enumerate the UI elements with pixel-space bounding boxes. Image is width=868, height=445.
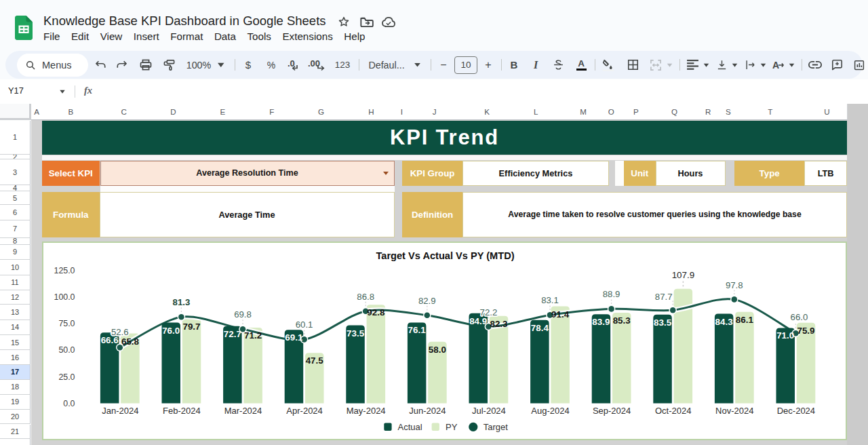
svg-text:Actual: Actual xyxy=(398,421,422,431)
svg-text:78.4: 78.4 xyxy=(531,322,549,332)
svg-text:81.3: 81.3 xyxy=(173,297,191,307)
svg-text:Oct-2024: Oct-2024 xyxy=(655,405,691,415)
svg-text:0.0: 0.0 xyxy=(63,398,75,408)
svg-text:May-2024: May-2024 xyxy=(347,405,386,415)
svg-text:Nov-2024: Nov-2024 xyxy=(715,405,753,415)
svg-text:73.5: 73.5 xyxy=(347,328,365,338)
svg-text:84.9: 84.9 xyxy=(469,315,487,326)
svg-text:87.7: 87.7 xyxy=(655,291,673,301)
svg-text:Sep-2024: Sep-2024 xyxy=(593,405,631,415)
svg-text:86.8: 86.8 xyxy=(357,291,374,301)
svg-text:88.9: 88.9 xyxy=(603,289,620,299)
svg-text:Aug-2024: Aug-2024 xyxy=(531,405,569,415)
svg-text:71.0: 71.0 xyxy=(776,330,794,341)
svg-text:72.2: 72.2 xyxy=(480,307,498,317)
svg-text:79.7: 79.7 xyxy=(182,321,200,331)
svg-text:Jul-2024: Jul-2024 xyxy=(472,405,506,415)
svg-text:52.6: 52.6 xyxy=(111,326,129,336)
svg-text:Mar-2024: Mar-2024 xyxy=(224,405,262,415)
svg-text:84.3: 84.3 xyxy=(715,316,733,326)
svg-text:82.9: 82.9 xyxy=(418,295,436,305)
svg-text:47.5: 47.5 xyxy=(306,355,324,366)
svg-text:85.3: 85.3 xyxy=(613,315,631,326)
svg-text:75.0: 75.0 xyxy=(58,319,75,328)
svg-text:97.8: 97.8 xyxy=(726,280,743,290)
svg-text:92.8: 92.8 xyxy=(367,307,385,317)
svg-text:Jun-2024: Jun-2024 xyxy=(409,405,446,415)
svg-text:Target Vs Actual Vs PY (MTD): Target Vs Actual Vs PY (MTD) xyxy=(376,250,514,261)
svg-text:107.9: 107.9 xyxy=(672,270,695,280)
svg-text:65.8: 65.8 xyxy=(121,336,140,346)
svg-text:Dec-2024: Dec-2024 xyxy=(777,405,815,415)
svg-text:100.0: 100.0 xyxy=(54,292,75,302)
svg-text:60.1: 60.1 xyxy=(296,320,313,330)
svg-text:83.9: 83.9 xyxy=(592,317,610,327)
svg-text:76.0: 76.0 xyxy=(162,325,180,335)
svg-text:76.1: 76.1 xyxy=(408,325,427,335)
svg-text:71.2: 71.2 xyxy=(244,330,262,341)
svg-text:Apr-2024: Apr-2024 xyxy=(286,405,322,415)
svg-text:66.0: 66.0 xyxy=(791,312,808,322)
svg-text:86.1: 86.1 xyxy=(736,314,754,324)
svg-text:25.0: 25.0 xyxy=(58,372,75,381)
svg-text:82.3: 82.3 xyxy=(490,318,507,328)
svg-text:125.0: 125.0 xyxy=(54,266,75,275)
svg-text:69.8: 69.8 xyxy=(234,309,252,320)
svg-text:91.4: 91.4 xyxy=(551,309,570,319)
svg-text:50.0: 50.0 xyxy=(58,345,75,355)
svg-text:69.1: 69.1 xyxy=(285,332,303,343)
svg-text:83.5: 83.5 xyxy=(654,317,672,327)
svg-text:83.1: 83.1 xyxy=(541,295,559,305)
svg-text:58.0: 58.0 xyxy=(429,344,446,354)
svg-text:PY: PY xyxy=(446,421,458,431)
svg-text:Target: Target xyxy=(484,421,509,431)
svg-text:72.7: 72.7 xyxy=(224,328,241,338)
svg-text:Feb-2024: Feb-2024 xyxy=(163,405,201,415)
svg-text:Jan-2024: Jan-2024 xyxy=(102,405,138,415)
svg-text:75.9: 75.9 xyxy=(797,325,814,335)
